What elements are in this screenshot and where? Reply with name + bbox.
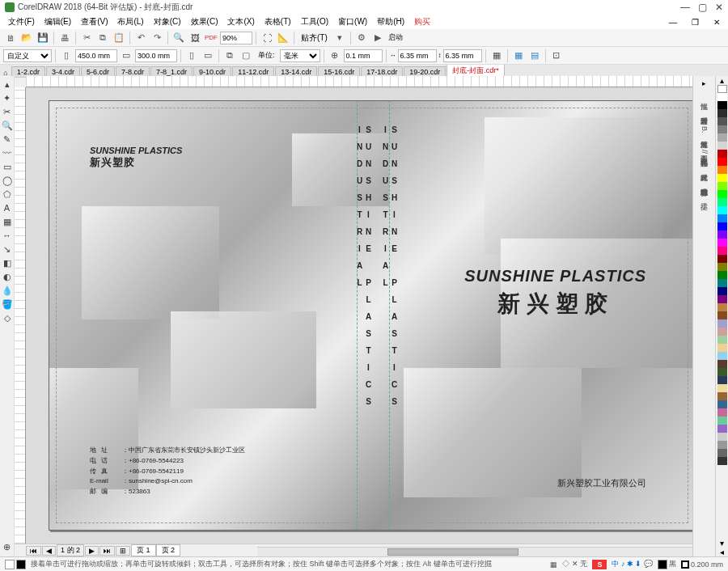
color-swatch[interactable] bbox=[717, 263, 727, 271]
menu-window[interactable]: 窗口(W) bbox=[335, 16, 370, 27]
pick-tool-icon[interactable]: ▴ bbox=[1, 78, 14, 91]
color-swatch[interactable] bbox=[717, 408, 727, 417]
duplicate-y-field[interactable] bbox=[443, 49, 482, 62]
portrait-button[interactable]: ▯ bbox=[184, 49, 199, 63]
docker-tab[interactable]: 属性 bbox=[697, 92, 711, 102]
color-swatch[interactable] bbox=[717, 166, 727, 174]
menu-edit[interactable]: 编辑(E) bbox=[41, 16, 74, 27]
color-swatch[interactable] bbox=[717, 133, 727, 142]
options-button[interactable]: ⚙ bbox=[354, 31, 369, 45]
doc-close-icon[interactable]: ✕ bbox=[710, 18, 723, 27]
launch-button[interactable]: ▶ bbox=[370, 31, 385, 45]
page-last-icon[interactable]: ⏭ bbox=[99, 546, 115, 556]
nudge-field[interactable] bbox=[344, 49, 383, 62]
color-swatch[interactable] bbox=[717, 125, 727, 133]
menu-object[interactable]: 对象(C) bbox=[150, 16, 184, 27]
connector-tool-icon[interactable]: ↘ bbox=[1, 243, 14, 256]
docker-tab[interactable]: 对象样式 bbox=[697, 163, 711, 173]
artistic-tool-icon[interactable]: 〰 bbox=[1, 146, 14, 159]
units-select[interactable]: 毫米 bbox=[280, 49, 320, 62]
zoom-tool-icon[interactable]: 🔍 bbox=[1, 119, 14, 132]
color-swatch[interactable] bbox=[717, 295, 727, 303]
minimize-icon[interactable]: — bbox=[680, 2, 690, 13]
doc-minimize-icon[interactable]: — bbox=[666, 18, 680, 27]
no-fill-swatch[interactable] bbox=[717, 85, 727, 93]
print-button[interactable]: 🖶 bbox=[57, 31, 72, 45]
transparency-tool-icon[interactable]: ◐ bbox=[1, 270, 14, 283]
quick-custom-icon[interactable]: ⊕ bbox=[1, 540, 14, 553]
color-swatch[interactable] bbox=[717, 158, 727, 166]
text-tool-icon[interactable]: A bbox=[1, 201, 14, 214]
ime-icon[interactable]: S bbox=[592, 560, 607, 569]
orientation-portrait-icon[interactable]: ▯ bbox=[59, 49, 74, 63]
color-swatch[interactable] bbox=[717, 93, 727, 101]
new-doc-button[interactable]: 🗎 bbox=[3, 31, 18, 45]
color-swatch[interactable] bbox=[717, 279, 727, 287]
fill-tool-icon[interactable]: 🪣 bbox=[1, 298, 14, 311]
palette-up-icon[interactable]: ▴ bbox=[716, 76, 728, 85]
color-swatch[interactable] bbox=[717, 417, 727, 425]
color-swatch[interactable] bbox=[717, 352, 727, 360]
palette-down-icon[interactable]: ▾ bbox=[716, 539, 728, 548]
menu-table[interactable]: 表格(T) bbox=[261, 16, 294, 27]
close-icon[interactable]: ✕ bbox=[715, 2, 723, 13]
rulers-button[interactable]: 📐 bbox=[276, 31, 290, 45]
color-swatch[interactable] bbox=[717, 425, 727, 433]
color-swatch[interactable] bbox=[717, 376, 727, 384]
snap-label[interactable]: 贴齐(T) bbox=[298, 32, 331, 44]
eyedropper-tool-icon[interactable]: 💧 bbox=[1, 284, 14, 297]
ime-lang-label[interactable]: 中 ♪ ✱ ⬇ 💬 bbox=[612, 559, 653, 569]
redo-button[interactable]: ↷ bbox=[150, 31, 164, 45]
color-swatch[interactable] bbox=[717, 198, 727, 206]
distr-button[interactable]: ▤ bbox=[527, 49, 542, 63]
open-button[interactable]: 📂 bbox=[19, 31, 34, 45]
color-swatch[interactable] bbox=[717, 400, 727, 408]
current-page-icon[interactable]: ▢ bbox=[239, 49, 253, 63]
duplicate-x-field[interactable] bbox=[398, 49, 437, 62]
dimension-tool-icon[interactable]: ↔ bbox=[1, 229, 14, 242]
landscape-button[interactable]: ▭ bbox=[201, 49, 215, 63]
crop-tool-icon[interactable]: ✂ bbox=[1, 105, 14, 118]
menu-view[interactable]: 查看(V) bbox=[78, 16, 111, 27]
menu-file[interactable]: 文件(F) bbox=[5, 16, 38, 27]
docker-tab[interactable]: 对象管理器 bbox=[697, 107, 711, 116]
color-swatch[interactable] bbox=[717, 214, 727, 222]
page-prev-icon[interactable]: ◀ bbox=[42, 546, 56, 556]
color-swatch[interactable] bbox=[717, 190, 727, 198]
color-swatch[interactable] bbox=[717, 117, 727, 125]
menu-help[interactable]: 帮助(H) bbox=[374, 16, 408, 27]
page-height-field[interactable] bbox=[135, 49, 177, 62]
shape-tool-icon[interactable]: ✦ bbox=[1, 91, 14, 104]
palette-expand-icon[interactable]: ◂ bbox=[716, 548, 728, 556]
paste-button[interactable]: 📋 bbox=[112, 31, 126, 45]
color-swatch[interactable] bbox=[717, 271, 727, 279]
table-tool-icon[interactable]: ▦ bbox=[1, 215, 14, 228]
horizontal-ruler[interactable] bbox=[26, 76, 692, 87]
status-fill-indicator[interactable]: 黑 bbox=[658, 559, 676, 569]
polygon-tool-icon[interactable]: ⬠ bbox=[1, 188, 14, 201]
fullscreen-button[interactable]: ⛶ bbox=[260, 31, 274, 45]
color-swatch[interactable] bbox=[717, 311, 727, 319]
undo-button[interactable]: ↶ bbox=[133, 31, 148, 45]
page-width-field[interactable] bbox=[75, 49, 117, 62]
color-swatch[interactable] bbox=[717, 441, 727, 449]
page-preset-select[interactable]: 自定义 bbox=[3, 49, 52, 62]
snap-dropdown-icon[interactable]: ▾ bbox=[332, 31, 347, 45]
docker-collapse-icon[interactable]: ▸ bbox=[702, 79, 706, 87]
color-swatch[interactable] bbox=[717, 255, 727, 263]
freehand-tool-icon[interactable]: ✎ bbox=[1, 133, 14, 146]
menu-layout[interactable]: 布局(L) bbox=[114, 16, 146, 27]
color-swatch[interactable] bbox=[717, 392, 727, 400]
color-swatch[interactable] bbox=[717, 328, 727, 336]
color-swatch[interactable] bbox=[717, 182, 727, 190]
color-swatch[interactable] bbox=[717, 457, 727, 465]
search-button[interactable]: 🔍 bbox=[171, 31, 186, 45]
docker-tab[interactable]: 提示 bbox=[697, 192, 711, 202]
menu-text[interactable]: 文本(X) bbox=[224, 16, 257, 27]
orientation-landscape-icon[interactable]: ▭ bbox=[119, 49, 133, 63]
color-swatch[interactable] bbox=[717, 344, 727, 352]
docker-tab[interactable]: B. 对象属性 bbox=[697, 121, 711, 140]
menu-buy[interactable]: 购买 bbox=[411, 16, 434, 27]
doc-restore-icon[interactable]: ❐ bbox=[688, 18, 702, 27]
color-swatch[interactable] bbox=[717, 433, 727, 441]
